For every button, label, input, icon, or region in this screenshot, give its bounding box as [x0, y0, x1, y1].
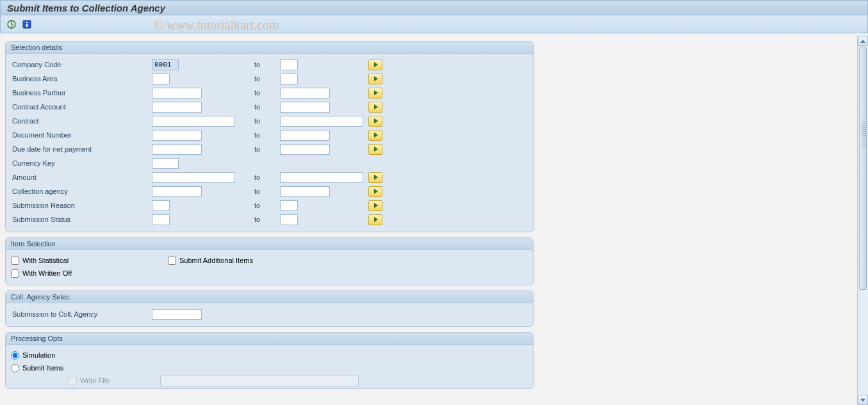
to-label: to: [254, 216, 280, 223]
contract-to[interactable]: [280, 116, 363, 127]
write-file-checkbox: [69, 377, 77, 385]
group-header: Item Selection: [6, 238, 533, 250]
svg-rect-2: [26, 22, 28, 23]
with-statistical-checkbox[interactable]: [11, 257, 19, 265]
content-area: Selection details Company Code to Busine…: [0, 36, 856, 405]
arrow-right-icon: [374, 76, 378, 81]
company-code-more-button[interactable]: [368, 60, 382, 70]
to-label: to: [254, 61, 280, 68]
submission-reason-more-button[interactable]: [368, 200, 382, 211]
amount-label: Amount: [11, 173, 152, 181]
to-label: to: [254, 89, 280, 97]
group-coll-agency: Coll. Agency Selec. Submission to Coll. …: [5, 290, 534, 327]
triangle-down-icon: [860, 399, 865, 402]
amount-to[interactable]: [280, 172, 363, 183]
arrow-right-icon: [374, 62, 378, 67]
arrow-right-icon: [374, 175, 378, 180]
arrow-right-icon: [374, 104, 378, 109]
collection-agency-to[interactable]: [280, 186, 330, 197]
due-date-more-button[interactable]: [368, 144, 382, 155]
business-partner-to[interactable]: [280, 88, 330, 99]
to-label: to: [254, 117, 280, 125]
submission-reason-from[interactable]: [152, 200, 170, 211]
scroll-thumb[interactable]: [859, 47, 867, 290]
submission-status-from[interactable]: [152, 214, 170, 225]
collection-agency-from[interactable]: [152, 186, 202, 197]
contract-more-button[interactable]: [368, 116, 382, 127]
simulation-radio[interactable]: [11, 351, 19, 360]
to-label: to: [254, 103, 280, 111]
with-written-off-checkbox[interactable]: [11, 269, 19, 278]
with-written-off-label: With Written Off: [22, 269, 72, 277]
submission-status-more-button[interactable]: [368, 214, 382, 225]
collection-agency-label: Collection agency: [11, 187, 152, 195]
simulation-label: Simulation: [22, 351, 55, 359]
with-statistical-label: With Statistical: [22, 257, 69, 264]
contract-account-more-button[interactable]: [368, 102, 382, 113]
to-label: to: [254, 145, 280, 153]
document-number-more-button[interactable]: [368, 130, 382, 141]
submit-items-label: Submit Items: [22, 364, 63, 372]
contract-account-from[interactable]: [152, 102, 202, 113]
due-date-from[interactable]: [152, 144, 202, 155]
write-file-label: Write File: [80, 377, 160, 385]
svg-rect-3: [26, 24, 28, 27]
contract-account-to[interactable]: [280, 102, 330, 113]
to-label: to: [254, 202, 280, 209]
group-header: Processing Opts: [6, 333, 533, 345]
toolbar: [0, 15, 868, 33]
currency-key-input[interactable]: [152, 158, 179, 169]
submission-status-to[interactable]: [280, 214, 298, 225]
group-header: Coll. Agency Selec.: [6, 291, 533, 303]
arrow-right-icon: [374, 217, 378, 222]
company-code-to[interactable]: [280, 60, 298, 70]
write-file-input: [160, 376, 359, 386]
business-partner-from[interactable]: [152, 88, 202, 99]
execute-icon[interactable]: [6, 19, 17, 30]
info-icon[interactable]: [21, 19, 33, 30]
due-date-to[interactable]: [280, 144, 330, 155]
to-label: to: [254, 173, 280, 181]
document-number-to[interactable]: [280, 130, 330, 141]
scroll-up-button[interactable]: [858, 36, 868, 46]
submit-additional-label: Submit Additional Items: [179, 257, 253, 264]
arrow-right-icon: [374, 189, 378, 194]
page-title: Submit Items to Collection Agency: [7, 3, 165, 13]
submission-coll-input[interactable]: [152, 309, 202, 320]
collection-agency-more-button[interactable]: [368, 186, 382, 197]
business-area-label: Business Area: [11, 75, 152, 83]
splitter-grip[interactable]: [862, 122, 867, 147]
company-code-from[interactable]: [152, 60, 179, 70]
document-number-from[interactable]: [152, 130, 202, 141]
to-label: to: [254, 75, 280, 83]
to-label: to: [254, 187, 280, 195]
due-date-label: Due date for net payment: [11, 145, 152, 153]
business-partner-more-button[interactable]: [368, 88, 382, 99]
submit-items-radio[interactable]: [11, 364, 19, 372]
business-area-more-button[interactable]: [368, 74, 382, 84]
title-bar: Submit Items to Collection Agency: [0, 0, 868, 15]
submission-reason-to[interactable]: [280, 200, 298, 211]
triangle-up-icon: [860, 40, 865, 43]
currency-key-label: Currency Key: [11, 159, 152, 167]
amount-from[interactable]: [152, 172, 235, 183]
submission-coll-label: Submission to Coll. Agency: [11, 310, 152, 318]
contract-label: Contract: [11, 117, 152, 125]
scroll-track[interactable]: [858, 47, 868, 394]
group-header: Selection details: [6, 42, 533, 54]
amount-more-button[interactable]: [368, 172, 382, 183]
to-label: to: [254, 131, 280, 139]
group-selection-details: Selection details Company Code to Busine…: [5, 41, 534, 232]
business-area-from[interactable]: [152, 74, 170, 84]
arrow-right-icon: [374, 90, 378, 95]
company-code-label: Company Code: [11, 61, 152, 68]
arrow-right-icon: [374, 203, 378, 208]
submit-additional-checkbox[interactable]: [168, 257, 176, 265]
contract-from[interactable]: [152, 116, 235, 127]
scroll-down-button[interactable]: [858, 395, 868, 405]
business-area-to[interactable]: [280, 74, 298, 84]
arrow-right-icon: [374, 118, 378, 123]
vertical-scrollbar[interactable]: [857, 36, 868, 405]
arrow-right-icon: [374, 147, 378, 152]
contract-account-label: Contract Account: [11, 103, 152, 111]
